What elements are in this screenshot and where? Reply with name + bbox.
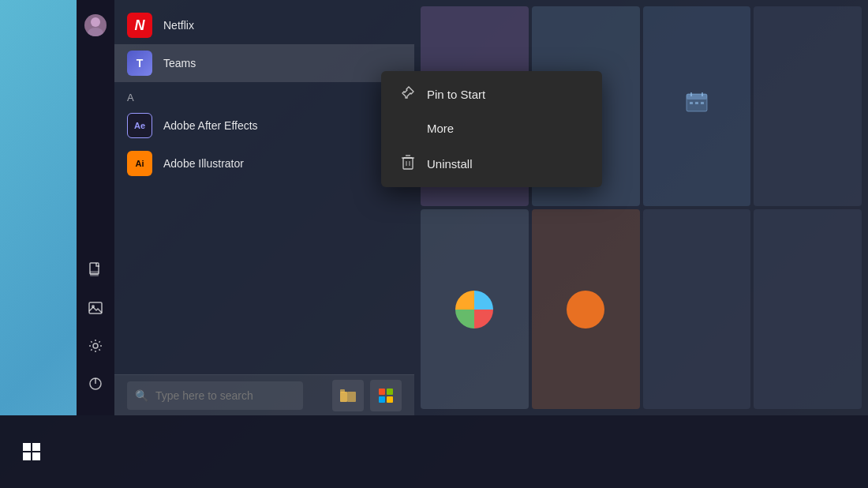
app-list-area: N Netflix T Teams A Ae Adobe After Effec… <box>114 0 414 415</box>
svg-rect-26 <box>690 102 693 104</box>
svg-rect-4 <box>89 302 102 313</box>
uninstall-label: Uninstall <box>427 157 473 171</box>
svg-point-1 <box>88 28 103 36</box>
app-item-adobe-ai[interactable]: Ai Adobe Illustrator <box>114 145 414 182</box>
tile-empty2[interactable] <box>643 209 751 409</box>
windows-start-button[interactable] <box>13 433 51 471</box>
taskbar-action-icons <box>332 380 402 411</box>
pictures-button[interactable] <box>77 289 114 327</box>
sidebar <box>77 0 114 415</box>
file-explorer-button[interactable] <box>332 380 364 411</box>
power-button[interactable] <box>77 365 114 403</box>
taskbar <box>0 415 868 488</box>
tile-paint[interactable] <box>421 209 529 409</box>
svg-rect-28 <box>701 102 704 104</box>
svg-rect-12 <box>379 389 385 395</box>
svg-rect-3 <box>90 271 99 276</box>
pin-to-start-label: Pin to Start <box>427 88 485 101</box>
tile-empty3[interactable] <box>754 209 862 409</box>
pin-icon <box>400 85 416 103</box>
ai-label: Adobe Illustrator <box>163 157 244 170</box>
tiles-area <box>414 0 868 415</box>
svg-point-6 <box>93 343 98 348</box>
app-item-netflix[interactable]: N Netflix <box>114 6 414 44</box>
context-menu-pin-to-start[interactable]: Pin to Start <box>381 76 602 112</box>
orange-app-icon <box>567 291 604 328</box>
tile-calendar[interactable] <box>643 6 751 206</box>
context-menu-more[interactable]: More <box>381 112 602 145</box>
search-wrapper: 🔍 <box>127 381 323 410</box>
search-input[interactable] <box>127 381 303 410</box>
user-avatar-button[interactable] <box>77 6 114 44</box>
svg-rect-14 <box>379 396 385 403</box>
app-item-teams[interactable]: T Teams <box>114 44 414 82</box>
svg-rect-10 <box>340 389 345 392</box>
app-item-adobe-ae[interactable]: Ae Adobe After Effects <box>114 107 414 145</box>
svg-rect-23 <box>687 94 707 99</box>
section-header-a: A <box>114 82 414 107</box>
svg-rect-29 <box>403 158 413 169</box>
search-icon: 🔍 <box>135 389 148 402</box>
microsoft-store-button[interactable] <box>370 380 402 411</box>
app-list: N Netflix T Teams A Ae Adobe After Effec… <box>114 0 414 374</box>
context-menu: Pin to Start More Uninstall <box>381 71 602 187</box>
ae-label: Adobe After Effects <box>163 119 258 132</box>
tile-orange-app[interactable] <box>532 209 640 409</box>
search-bar: 🔍 <box>114 374 414 415</box>
settings-button[interactable] <box>77 327 114 365</box>
calendar-tile-icon <box>683 88 711 122</box>
tile-empty1[interactable] <box>754 6 862 206</box>
netflix-icon: N <box>127 13 152 38</box>
ae-icon: Ae <box>127 113 152 138</box>
svg-rect-9 <box>340 392 347 402</box>
svg-point-0 <box>91 17 100 27</box>
netflix-label: Netflix <box>163 19 194 32</box>
svg-rect-27 <box>695 102 698 104</box>
more-label: More <box>427 122 454 135</box>
paint-icon <box>455 291 493 328</box>
documents-button[interactable] <box>77 251 114 289</box>
svg-rect-11 <box>347 392 356 402</box>
context-menu-uninstall[interactable]: Uninstall <box>381 145 602 182</box>
uninstall-icon <box>400 154 416 173</box>
teams-label: Teams <box>163 57 196 69</box>
svg-rect-15 <box>387 396 393 403</box>
ai-icon: Ai <box>127 151 152 176</box>
svg-rect-13 <box>387 389 393 395</box>
teams-icon: T <box>127 51 152 76</box>
start-menu: N Netflix T Teams A Ae Adobe After Effec… <box>77 0 868 415</box>
windows-logo-icon <box>23 443 40 460</box>
